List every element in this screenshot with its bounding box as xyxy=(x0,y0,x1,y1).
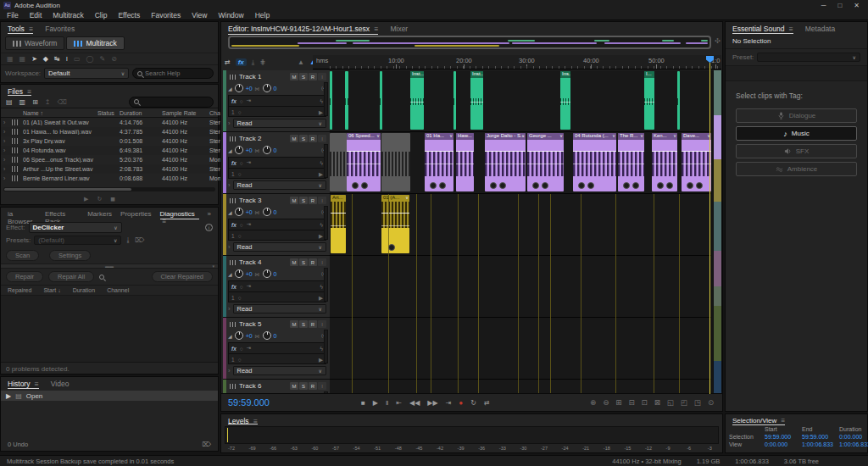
files-col-status[interactable]: Status xyxy=(97,110,120,116)
zoom-out-amplitude-button[interactable]: ⊠ xyxy=(654,398,660,407)
audio-clip[interactable]: The R...∨ xyxy=(618,133,644,191)
track-monitor-button[interactable]: I xyxy=(318,73,326,80)
time-display[interactable]: 59:59.000 xyxy=(221,397,361,408)
slip-tool-icon[interactable]: ↹ xyxy=(54,55,60,63)
clip-loudness-badge[interactable] xyxy=(361,182,368,189)
audio-clip[interactable] xyxy=(345,71,348,130)
menu-help[interactable]: Help xyxy=(255,11,270,19)
tab-overflow-icon[interactable]: » xyxy=(208,210,211,219)
clip-gain-badge[interactable] xyxy=(430,182,437,189)
clip-menu-icon[interactable]: ∨ xyxy=(376,133,380,138)
clip-loudness-badge[interactable] xyxy=(439,182,446,189)
pre-fader-icon[interactable]: ⇥ xyxy=(247,159,251,166)
pre-fader-icon[interactable]: ⇥ xyxy=(247,283,251,290)
freeze-icon[interactable]: ϟ xyxy=(320,98,323,104)
track-mini-scrollbar[interactable] xyxy=(324,206,328,240)
presets-select[interactable]: (Default)∨ xyxy=(34,236,121,245)
tag-ambience-button[interactable]: Ambience xyxy=(736,162,857,176)
mixer-tab[interactable]: Mixer xyxy=(390,25,408,35)
track-solo-button[interactable]: S xyxy=(299,73,308,80)
pan-knob[interactable] xyxy=(263,84,271,92)
file-row[interactable]: › 01 Hawa... to Hawaii).wav 4:37.785 441… xyxy=(1,127,218,136)
repair-col-channel[interactable]: Channel xyxy=(107,287,129,293)
record-button[interactable]: ● xyxy=(459,399,463,407)
audio-clip[interactable]: I... xyxy=(644,71,654,130)
fx-slot-power-icon[interactable]: ○ xyxy=(238,171,242,177)
track-lane-2[interactable]: 06 Speed...∨01 Ha...∨Haw...Jorge Dalto -… xyxy=(330,132,711,194)
fx-power-icon[interactable]: ○ xyxy=(240,222,243,228)
track-mute-button[interactable]: M xyxy=(290,382,298,390)
track-mute-button[interactable]: M xyxy=(290,320,298,328)
frequency-group-icon[interactable]: ▦ xyxy=(19,55,26,63)
clip-loudness-badge[interactable] xyxy=(542,182,548,189)
spot-healing-tool-icon[interactable]: ⊘ xyxy=(111,55,117,63)
marquee-tool-icon[interactable]: ▭ xyxy=(74,55,81,63)
audio-clip[interactable]: 01 Ha...∨ xyxy=(425,133,453,191)
repair-button[interactable]: Repair xyxy=(6,271,43,282)
audio-clip[interactable]: 06 Speed...∨ xyxy=(347,133,381,191)
editor-tab[interactable]: Editor: InsInvHCW-91425-12AM-Hour1.sesx … xyxy=(228,25,378,35)
volume-knob[interactable] xyxy=(235,269,243,278)
preset-select[interactable]: ∨ xyxy=(757,53,860,62)
expand-icon[interactable]: › xyxy=(3,138,12,144)
audio-clip[interactable]: Dave...∨ xyxy=(682,133,711,191)
rack-tab-markers[interactable]: Markers xyxy=(87,210,112,219)
audio-clip[interactable] xyxy=(330,133,347,191)
audio-clip[interactable] xyxy=(453,71,456,130)
clip-menu-icon[interactable]: ∨ xyxy=(673,133,676,138)
track-name[interactable]: Track 3 xyxy=(239,197,261,204)
fx-power-icon[interactable]: ○ xyxy=(240,160,243,166)
automation-mode-select[interactable]: Read∨ xyxy=(233,180,327,190)
file-row[interactable]: › Arthur ...Up the Street.wav 2:08.783 4… xyxy=(1,164,218,174)
audio-clip[interactable] xyxy=(677,71,680,130)
preview-speaker-icon[interactable]: ◼ xyxy=(110,196,115,202)
time-group-icon[interactable]: ▦ xyxy=(7,55,14,63)
zoom-in-amplitude-button[interactable]: ⊡ xyxy=(642,398,648,407)
maximize-button[interactable]: □ xyxy=(837,2,842,9)
zoom-out-button[interactable]: ⊖ xyxy=(603,398,609,407)
track-lane-1[interactable]: Inst...Inst...Ins...I... xyxy=(330,70,711,132)
track-arm-button[interactable]: R xyxy=(309,73,317,80)
repair-col-start[interactable]: Start ↓ xyxy=(43,287,60,293)
lasso-tool-icon[interactable]: ◯ xyxy=(86,55,93,63)
file-row[interactable]: › Bernie Bernard Liner.wav 0:08.688 4410… xyxy=(1,174,218,183)
sv-end[interactable]: 1:00:06.833 xyxy=(802,441,839,447)
fx-power-icon[interactable]: ○ xyxy=(240,346,243,352)
zoom-in-time-button[interactable]: ⊞ xyxy=(615,398,621,407)
pan-knob[interactable] xyxy=(263,331,271,340)
fx-icon[interactable]: fx xyxy=(231,346,236,352)
clip-gain-badge[interactable] xyxy=(352,182,359,189)
rack-tab-effects-rack[interactable]: Effects Rack xyxy=(45,210,79,219)
minimize-button[interactable]: ─ xyxy=(821,2,826,9)
zoom-out-time-button[interactable]: ⊟ xyxy=(628,398,634,407)
sv-start[interactable]: 59:59.000 xyxy=(765,434,802,440)
tag-music-button[interactable]: ♪ Music xyxy=(736,126,857,141)
tag-sfx-button[interactable]: SFX xyxy=(736,144,857,158)
track-name[interactable]: Track 6 xyxy=(239,382,261,390)
clip-loudness-badge[interactable] xyxy=(388,244,395,251)
audio-clip[interactable] xyxy=(330,71,332,130)
clear-repaired-button[interactable]: Clear Repaired xyxy=(152,271,213,282)
clip-loudness-badge[interactable] xyxy=(632,182,639,189)
clip-menu-icon[interactable]: ∨ xyxy=(405,195,409,200)
play-button[interactable]: ▶ xyxy=(373,399,378,407)
track-arm-button[interactable]: R xyxy=(309,258,317,266)
freeze-icon[interactable]: ϟ xyxy=(320,346,323,352)
zoom-in-button[interactable]: ⊕ xyxy=(590,398,596,407)
track-mute-button[interactable]: M xyxy=(290,258,298,266)
audio-clip[interactable]: Inst... xyxy=(410,71,424,130)
multitrack-view-button[interactable]: Multitrack xyxy=(66,36,124,50)
track-arm-button[interactable]: R xyxy=(309,382,317,390)
history-tab-history[interactable]: History ≡ xyxy=(8,380,39,389)
track-mini-scrollbar[interactable] xyxy=(324,144,328,178)
clip-gain-badge[interactable] xyxy=(532,182,539,189)
move-tool-icon[interactable]: ➤ xyxy=(31,55,37,63)
track-monitor-button[interactable]: I xyxy=(318,382,326,390)
clip-gain-badge[interactable] xyxy=(687,182,693,189)
zoom-full-button[interactable]: ⊙ xyxy=(708,398,714,407)
settings-button[interactable]: Settings xyxy=(49,250,91,261)
files-col-name[interactable]: Name ↑ xyxy=(23,110,97,116)
files-tab[interactable]: Files ≡ xyxy=(8,87,31,96)
essential-sound-tab-essential-sound[interactable]: Essential Sound ≡ xyxy=(732,25,793,34)
clip-menu-icon[interactable]: ∨ xyxy=(559,133,563,138)
